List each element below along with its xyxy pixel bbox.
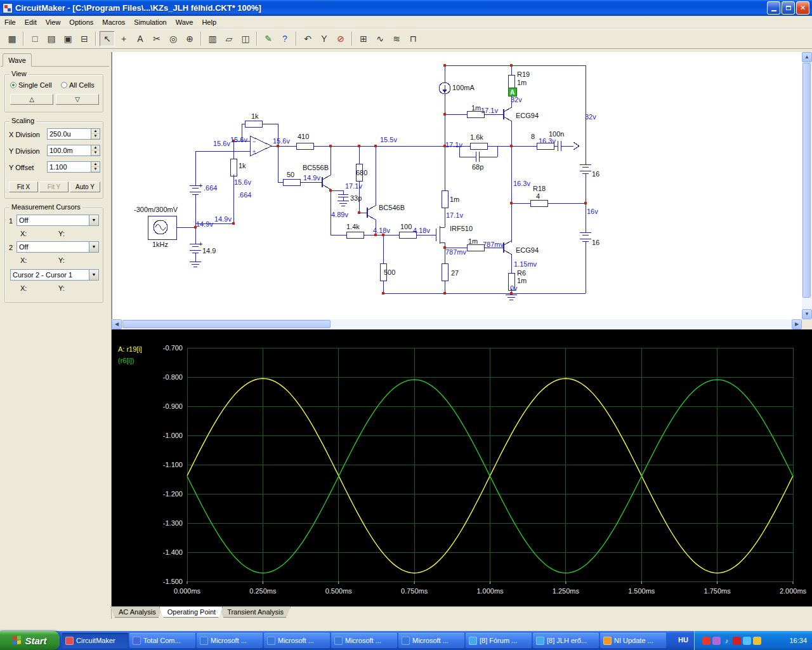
taskbar-button-microsoft-[interactable]: Microsoft ... [398, 633, 464, 648]
close-button[interactable]: ✕ [796, 1, 809, 15]
arrow-tool-icon[interactable]: ↖ [100, 31, 115, 46]
taskbar-button-microsoft-[interactable]: Microsoft ... [264, 633, 330, 648]
open-file-icon[interactable]: ▤ [44, 31, 59, 46]
cursor1-label: 1 [9, 217, 13, 225]
delete-tool-icon[interactable]: ✂ [149, 31, 164, 46]
title-bar[interactable]: CircuitMaker - [C:\Program Files\...\KZs… [0, 0, 812, 16]
maximize-button[interactable] [782, 1, 795, 15]
taskbar-button--8-f-rum-[interactable]: [8] Fórum ... [466, 633, 532, 648]
transistor-BC546B[interactable] [367, 206, 376, 220]
probe-tool-icon[interactable]: ✎ [261, 31, 276, 46]
taskbar-button-microsoft-[interactable]: Microsoft ... [331, 633, 397, 648]
updates-icon[interactable] [753, 637, 761, 645]
horizontal-scrollbar[interactable]: ◀ ▶ [112, 319, 802, 329]
tile-windows-icon[interactable]: ◫ [238, 31, 253, 46]
transistor-ECG94-top[interactable] [504, 107, 512, 121]
menu-item-wave[interactable]: Wave [171, 17, 198, 27]
signal-generator[interactable] [148, 216, 176, 239]
messenger-icon[interactable] [712, 637, 721, 645]
add-part-tool-icon[interactable]: + [116, 31, 131, 46]
all-cells-radio[interactable]: All Cells [61, 81, 95, 89]
x-division-input[interactable]: 250.0u▲▼ [47, 128, 100, 140]
scroll-down-button[interactable]: ▽ [56, 94, 99, 105]
opamp[interactable]: −+ [250, 136, 272, 156]
horizontal-scroll-thumb[interactable] [122, 320, 331, 328]
y-division-input[interactable]: 100.0m▲▼ [47, 145, 100, 156]
schematic-canvas[interactable]: −+A-300m/300mV1kHz+.66415.6v15.6v1k1k15.… [112, 52, 802, 319]
output-terminal[interactable] [573, 142, 579, 150]
menu-item-view[interactable]: View [41, 17, 65, 27]
minimize-button[interactable] [767, 1, 780, 15]
taskbar-button-total-com-[interactable]: Total Com... [129, 633, 195, 648]
alert-icon[interactable] [702, 637, 710, 645]
component-label: 100 [400, 223, 412, 230]
auto-y-button[interactable]: Auto Y [70, 182, 100, 192]
cursor1-select[interactable]: Off▼ [16, 215, 99, 226]
vertical-scrollbar[interactable]: ▲ ▼ [802, 52, 812, 319]
menu-item-help[interactable]: Help [197, 17, 221, 27]
mosfet-IRF510[interactable] [436, 226, 445, 244]
svg-text:-1.500: -1.500 [163, 578, 183, 585]
start-button[interactable]: Start [0, 631, 60, 650]
zoom-select-icon[interactable]: ▥ [205, 31, 220, 46]
tab-wave[interactable]: Wave [3, 53, 32, 67]
copy-clipboard-icon[interactable]: ▱ [221, 31, 237, 46]
timing-display-icon[interactable]: ≋ [389, 31, 404, 46]
cursor2-select[interactable]: Off▼ [16, 241, 99, 253]
taskbar-button--8-jlh-er-[interactable]: [8] JLH erő... [533, 633, 599, 648]
scroll-up-button[interactable]: △ [10, 94, 53, 105]
single-cell-radio[interactable]: Single Cell [10, 81, 52, 89]
menu-item-macros[interactable]: Macros [98, 17, 129, 27]
component-label: 410 [298, 133, 309, 140]
vertical-scroll-thumb[interactable] [802, 63, 811, 298]
undo-icon[interactable]: ↶ [300, 31, 315, 46]
text-tool-icon[interactable]: A [133, 31, 148, 46]
task-buttons: CircuitMakerTotal Com...Microsoft ...Mic… [62, 633, 672, 648]
stop-simulation-icon[interactable]: ⊘ [333, 31, 348, 46]
component-label: R19 [517, 70, 530, 78]
svg-text:−: − [252, 138, 256, 145]
new-wave-window-icon[interactable]: ⊞ [356, 31, 371, 46]
resistor [283, 179, 300, 185]
zoom-in-tool-icon[interactable]: ⊕ [182, 31, 197, 46]
scroll-right-arrow[interactable]: ▶ [792, 319, 802, 329]
new-file-icon[interactable]: □ [27, 31, 43, 46]
menu-item-file[interactable]: File [0, 17, 20, 27]
transistor-ECG94-bottom[interactable] [504, 241, 512, 255]
security-icon[interactable] [733, 637, 741, 645]
component-label: 27 [451, 269, 459, 277]
menu-item-edit[interactable]: Edit [20, 17, 41, 27]
tab-operating-point[interactable]: Operating Point [159, 607, 223, 618]
scroll-down-arrow[interactable]: ▼ [802, 309, 812, 319]
digital-display-icon[interactable]: ⊓ [405, 31, 421, 46]
save-file-icon[interactable]: ▣ [60, 31, 75, 46]
language-indicator[interactable]: HU [675, 634, 691, 647]
tab-transient-analysis[interactable]: Transient Analysis [219, 607, 291, 618]
current-source[interactable] [439, 83, 450, 94]
help-icon[interactable]: ? [277, 31, 292, 46]
scroll-up-arrow[interactable]: ▲ [802, 52, 812, 62]
fit-y-button[interactable]: Fit Y [39, 182, 69, 192]
menu-item-options[interactable]: Options [65, 17, 98, 27]
scroll-left-arrow[interactable]: ◀ [112, 319, 122, 329]
probe-A[interactable]: A [508, 88, 516, 96]
zoom-window-tool-icon[interactable]: ◎ [166, 31, 181, 46]
taskbar-button-ni-update-[interactable]: NI Update ... [600, 633, 666, 648]
analog-display-icon[interactable]: ∿ [372, 31, 388, 46]
network-icon[interactable] [743, 637, 751, 645]
node-voltage-label: 1.15mv [514, 260, 537, 268]
transistor-BC556B[interactable] [322, 175, 331, 189]
waveform-panel[interactable]: -0.700-0.800-0.900-1.000-1.100-1.200-1.3… [112, 329, 812, 606]
taskbar-button-circuitmaker[interactable]: CircuitMaker [62, 633, 128, 648]
tab-ac-analysis[interactable]: AC Analysis [110, 607, 163, 618]
taskbar-button-microsoft-[interactable]: Microsoft ... [197, 633, 263, 648]
wye-probe-icon[interactable]: Y [317, 31, 332, 46]
y-offset-input[interactable]: 1.100▲▼ [47, 161, 100, 173]
fit-x-button[interactable]: Fit X [9, 182, 38, 192]
part-browser-icon[interactable]: ▦ [4, 31, 20, 46]
volume-icon[interactable]: ♪ [723, 637, 731, 645]
cursor-diff-select[interactable]: Cursor 2 - Cursor 1▼ [10, 269, 99, 281]
junction-dot [329, 145, 332, 147]
menu-item-simulation[interactable]: Simulation [129, 17, 171, 27]
print-icon[interactable]: ⊟ [77, 31, 92, 46]
